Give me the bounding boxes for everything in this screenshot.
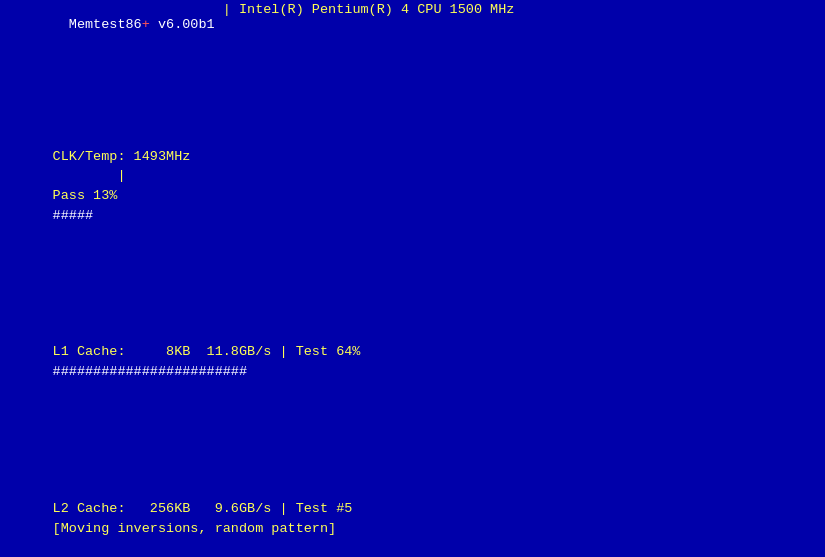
l2-value: [Moving inversions, random pattern] [53, 521, 337, 536]
l2-label: L2 Cache: 256KB 9.6GB/s | Test #5 [53, 501, 369, 516]
header-bar: Memtest86+ v6.00b1 | Intel(R) Pentium(R)… [0, 0, 825, 49]
clk-label: CLK/Temp: 1493MHz [53, 149, 191, 164]
content-area: CLK/Temp: 1493MHz | Pass 13% ##### L1 Ca… [0, 49, 825, 557]
clk-hash: ##### [53, 208, 94, 223]
clk-pass: Pass 13% [53, 188, 126, 203]
title-plus: + [142, 17, 150, 32]
l2-line: L2 Cache: 256KB 9.6GB/s | Test #5 [Movin… [4, 479, 821, 557]
title-text: Memtest86 [53, 17, 142, 32]
l1-hash: ######################## [53, 364, 247, 379]
l1-line: L1 Cache: 8KB 11.8GB/s | Test 64% ######… [4, 323, 821, 401]
clk-sep: | [53, 168, 134, 183]
cpu-info: | Intel(R) Pentium(R) 4 CPU 1500 MHz [215, 2, 515, 47]
app-title: Memtest86+ v6.00b1 [4, 2, 215, 47]
clk-line: CLK/Temp: 1493MHz | Pass 13% ##### [4, 127, 821, 244]
title-version: v6.00b1 [150, 17, 215, 32]
screen: Memtest86+ v6.00b1 | Intel(R) Pentium(R)… [0, 0, 825, 557]
l1-label: L1 Cache: 8KB 11.8GB/s | Test 64% [53, 344, 369, 359]
